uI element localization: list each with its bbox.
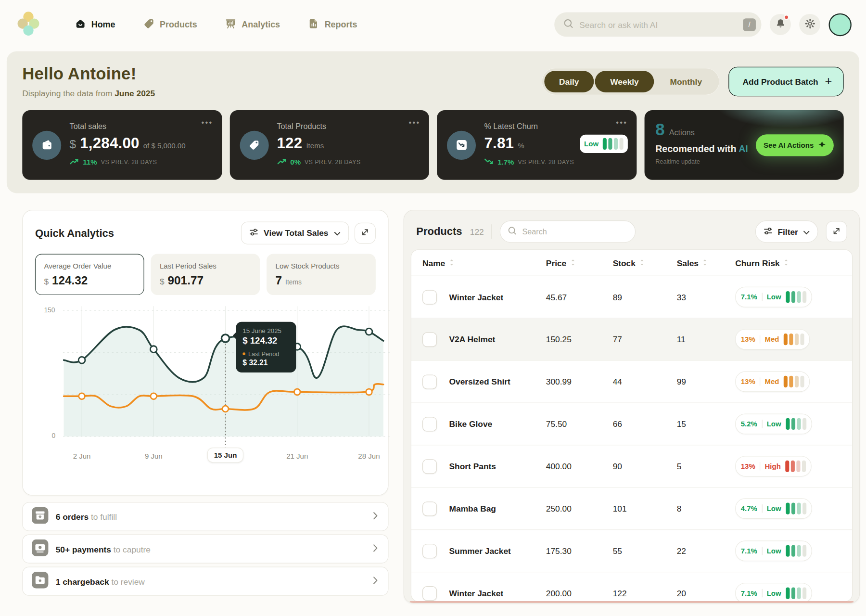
notifications-button[interactable] bbox=[770, 14, 791, 35]
card-menu-button[interactable]: ••• bbox=[408, 118, 420, 127]
package-icon bbox=[32, 507, 49, 526]
ai-actions-count: 8 bbox=[655, 120, 664, 139]
product-stock: 44 bbox=[613, 377, 677, 386]
trend-up-arrow-icon bbox=[277, 157, 287, 167]
product-row-1[interactable]: V2A Helmet 150.25 77 11 13% Med bbox=[411, 319, 852, 361]
trend-up-arrow-icon bbox=[70, 157, 79, 167]
dashboard-page: Home Products Analytics Reports / bbox=[0, 0, 866, 616]
metric-value: 124.32 bbox=[52, 274, 88, 287]
row-checkbox[interactable] bbox=[422, 544, 437, 558]
product-row-7[interactable]: Winter Jacket 200.00 122 20 7.1% Low bbox=[411, 572, 852, 602]
sort-icon bbox=[570, 258, 576, 268]
churn-risk-badge: 5.2% Low bbox=[735, 414, 812, 435]
stat-card-value: 1,284.00 bbox=[80, 135, 139, 152]
column-header-stock[interactable]: Stock bbox=[613, 258, 677, 268]
filter-dropdown[interactable]: Filter bbox=[755, 220, 818, 243]
product-price: 45.67 bbox=[546, 292, 613, 302]
search-input[interactable] bbox=[579, 20, 738, 29]
clover-logo-icon bbox=[17, 11, 40, 38]
stat-card-suffix: % bbox=[518, 141, 524, 150]
risk-meter-bars bbox=[786, 503, 806, 514]
expand-icon bbox=[832, 226, 841, 237]
churn-risk-badge: 4.7% Low bbox=[735, 498, 812, 519]
home-icon bbox=[75, 17, 86, 31]
stat-card-title: % Latest Churn bbox=[484, 122, 626, 131]
column-header-churn-risk[interactable]: Churn Risk bbox=[735, 258, 841, 268]
global-search[interactable]: / bbox=[554, 12, 761, 37]
nav-item-reports[interactable]: Reports bbox=[308, 17, 357, 31]
metric-box-2[interactable]: Low Stock Products 7Items bbox=[267, 254, 376, 295]
product-name: Winter Jacket bbox=[449, 292, 504, 302]
products-search[interactable] bbox=[500, 220, 636, 243]
row-checkbox[interactable] bbox=[422, 586, 437, 601]
product-row-3[interactable]: Bike Glove 75.50 66 15 5.2% Low bbox=[411, 403, 852, 446]
column-header-sales[interactable]: Sales bbox=[677, 258, 735, 268]
risk-meter-bars bbox=[602, 138, 623, 149]
tag-icon bbox=[143, 17, 154, 31]
x-tick-2-Jun: 2 Jun bbox=[73, 452, 91, 460]
tooltip-series2-value: $ 32.21 bbox=[242, 359, 289, 367]
see-ai-actions-button[interactable]: See AI Actions bbox=[756, 134, 834, 156]
range-option-monthly[interactable]: Monthly bbox=[655, 70, 717, 92]
column-header-price[interactable]: Price bbox=[546, 258, 613, 268]
range-option-daily[interactable]: Daily bbox=[544, 70, 594, 92]
user-avatar[interactable] bbox=[828, 13, 851, 36]
metric-box-1[interactable]: Last Period Sales $901.77 bbox=[151, 254, 260, 295]
action-item-1[interactable]: 50+ payments to caputre bbox=[22, 535, 388, 564]
sort-icon bbox=[639, 258, 645, 268]
greeting-block: Hello Antoine! Displaying the data from … bbox=[22, 64, 155, 98]
action-item-0[interactable]: 6 orders to fulfill bbox=[22, 502, 388, 531]
product-sales: 22 bbox=[677, 546, 735, 556]
product-row-0[interactable]: Winter Jacket 45.67 89 33 7.1% Low bbox=[411, 276, 852, 319]
stat-cards-row: ••• Total sales $1,284.00of $ 5,000.00 1… bbox=[22, 110, 843, 180]
card-menu-button[interactable]: ••• bbox=[616, 118, 627, 127]
sort-icon bbox=[448, 258, 455, 268]
hero-section: Hello Antoine! Displaying the data from … bbox=[7, 51, 859, 193]
card-menu-button[interactable]: ••• bbox=[202, 118, 213, 127]
product-stock: 101 bbox=[613, 504, 677, 513]
x-tick-21-Jun: 21 Jun bbox=[286, 452, 308, 460]
search-icon bbox=[563, 18, 574, 31]
product-row-5[interactable]: Mamba Bag 250.00 101 8 4.7% Low bbox=[411, 488, 852, 530]
y-axis-min-label: 0 bbox=[52, 432, 56, 440]
row-checkbox[interactable] bbox=[422, 501, 437, 516]
quick-analytics-title: Quick Analytics bbox=[35, 227, 114, 239]
products-search-input[interactable] bbox=[522, 227, 628, 236]
nav-item-products[interactable]: Products bbox=[143, 17, 197, 31]
brand-logo[interactable] bbox=[17, 11, 40, 38]
action-item-2[interactable]: 1 chargeback to review bbox=[22, 567, 388, 596]
product-price: 400.00 bbox=[546, 462, 613, 471]
quick-analytics-panel: Quick Analytics View Total Sales Average… bbox=[22, 210, 388, 495]
x-tick-15-Jun[interactable]: 15 Jun bbox=[207, 448, 243, 462]
row-checkbox[interactable] bbox=[422, 374, 437, 389]
row-checkbox[interactable] bbox=[422, 459, 437, 474]
settings-button[interactable] bbox=[799, 14, 820, 35]
y-axis-max-label: 150 bbox=[44, 306, 55, 314]
chevron-down-icon bbox=[803, 227, 810, 236]
add-product-batch-button[interactable]: Add Product Batch + bbox=[729, 66, 844, 96]
expand-analytics-button[interactable] bbox=[355, 222, 376, 244]
nav-item-home[interactable]: Home bbox=[75, 17, 115, 31]
stat-card-value: 7.81 bbox=[484, 135, 514, 152]
stat-card-2: ••• % Latest Churn 7.81% 1.7%VS PREV. 28… bbox=[437, 110, 637, 180]
row-checkbox[interactable] bbox=[422, 290, 437, 304]
product-row-4[interactable]: Short Pants 400.00 90 5 13% High bbox=[411, 445, 852, 488]
churn-risk-badge: 7.1% Low bbox=[735, 287, 812, 308]
nav-item-analytics[interactable]: Analytics bbox=[225, 17, 280, 31]
trend-down-arrow-icon bbox=[484, 157, 494, 167]
product-row-6[interactable]: Summer Jacket 175.30 55 22 7.1% Low bbox=[411, 530, 852, 572]
risk-meter-bars bbox=[786, 418, 806, 430]
row-checkbox[interactable] bbox=[422, 417, 437, 431]
product-row-2[interactable]: Oversized Shirt 300.99 44 99 13% Med bbox=[411, 361, 852, 403]
view-selector-dropdown[interactable]: View Total Sales bbox=[241, 221, 349, 244]
range-option-weekly[interactable]: Weekly bbox=[595, 70, 654, 92]
stat-card-value: 122 bbox=[277, 135, 303, 152]
metric-box-0[interactable]: Average Order Value $124.32 bbox=[35, 254, 144, 295]
cash-icon bbox=[32, 539, 49, 558]
column-header-name[interactable]: Name bbox=[422, 258, 546, 268]
row-checkbox[interactable] bbox=[422, 332, 437, 346]
product-price: 75.50 bbox=[546, 419, 613, 429]
expand-products-button[interactable] bbox=[826, 221, 847, 242]
orange-dot-icon bbox=[242, 353, 245, 356]
content-columns: Quick Analytics View Total Sales Average… bbox=[0, 193, 866, 603]
